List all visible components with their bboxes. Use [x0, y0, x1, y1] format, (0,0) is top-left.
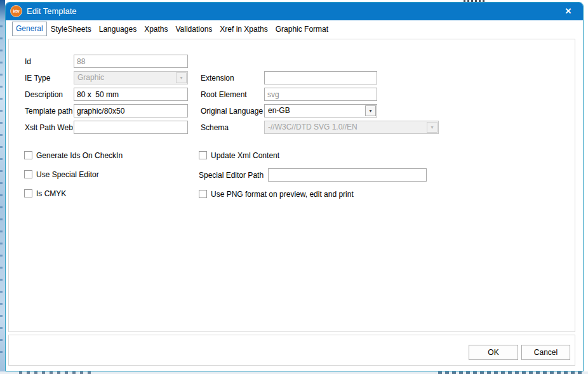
- schema-combobox: -//W3C//DTD SVG 1.0//EN ▾: [264, 121, 439, 134]
- use-png-checkbox[interactable]: [199, 190, 207, 198]
- tab-stylesheets[interactable]: StyleSheets: [47, 23, 95, 36]
- is-cmyk-checkbox[interactable]: [24, 189, 32, 197]
- description-label: Description: [25, 88, 63, 101]
- extension-field[interactable]: [264, 71, 377, 84]
- update-xml-label: Update Xml Content: [211, 151, 279, 160]
- background-artifact-left: [0, 0, 5, 374]
- chevron-down-icon: ▾: [177, 73, 186, 83]
- update-xml-checkbox[interactable]: [199, 151, 207, 159]
- xslt-path-web-label: Xslt Path Web: [25, 121, 73, 134]
- ie-type-dropdown-button: ▾: [176, 72, 187, 83]
- original-language-combobox[interactable]: en-GB ▾: [264, 104, 377, 117]
- template-path-field[interactable]: [74, 104, 188, 117]
- chevron-down-icon: ▾: [366, 106, 375, 116]
- ie-type-label: IE Type: [25, 72, 50, 84]
- background-artifact-bottom-right: [438, 371, 584, 374]
- original-language-value: en-GB: [268, 105, 290, 117]
- ok-button[interactable]: OK: [469, 345, 518, 360]
- tab-general[interactable]: General: [12, 22, 47, 36]
- description-field[interactable]: [74, 88, 188, 101]
- root-element-field[interactable]: [264, 88, 377, 101]
- extension-label: Extension: [201, 72, 234, 84]
- id-label: Id: [25, 55, 31, 68]
- chevron-down-icon: ▾: [427, 123, 437, 133]
- id-field: [74, 55, 188, 68]
- tab-xref-in-xpaths[interactable]: Xref in Xpaths: [216, 23, 271, 36]
- template-path-label: Template path: [25, 105, 72, 117]
- is-cmyk-label: Is CMYK: [36, 189, 66, 198]
- special-editor-path-field[interactable]: [268, 168, 427, 182]
- tab-xpaths[interactable]: Xpaths: [140, 23, 171, 36]
- use-png-label: Use PNG format on preview, edit and prin…: [211, 190, 354, 199]
- generate-ids-checkbox[interactable]: [24, 151, 32, 159]
- schema-dropdown-button: ▾: [427, 122, 438, 133]
- use-special-editor-checkbox[interactable]: [24, 170, 32, 178]
- edit-template-dialog: ktv Edit Template ✕ General StyleSheets …: [5, 2, 584, 371]
- xslt-path-web-field[interactable]: [74, 121, 188, 134]
- root-element-label: Root Element: [201, 88, 247, 101]
- ie-type-value: Graphic: [77, 72, 104, 84]
- window-title: Edit Template: [27, 3, 77, 20]
- original-language-label: Original Language: [201, 105, 263, 117]
- original-language-dropdown-button[interactable]: ▾: [365, 105, 376, 116]
- close-icon[interactable]: ✕: [559, 3, 578, 20]
- title-bar[interactable]: ktv Edit Template ✕: [6, 3, 583, 20]
- tab-validations[interactable]: Validations: [172, 23, 217, 36]
- special-editor-path-label: Special Editor Path: [199, 169, 264, 182]
- use-special-editor-label: Use Special Editor: [36, 170, 99, 179]
- schema-value: -//W3C//DTD SVG 1.0//EN: [268, 121, 357, 133]
- generate-ids-label: Generate Ids On CheckIn: [36, 151, 123, 160]
- tab-languages[interactable]: Languages: [95, 23, 140, 36]
- tab-strip: General StyleSheets Languages Xpaths Val…: [12, 22, 332, 36]
- background-artifact-bottom-left: [19, 371, 95, 374]
- tab-graphic-format[interactable]: Graphic Format: [272, 23, 332, 36]
- ie-type-combobox: Graphic ▾: [74, 71, 188, 84]
- cancel-button[interactable]: Cancel: [521, 345, 570, 360]
- app-icon: ktv: [10, 5, 22, 17]
- schema-label: Schema: [201, 121, 229, 134]
